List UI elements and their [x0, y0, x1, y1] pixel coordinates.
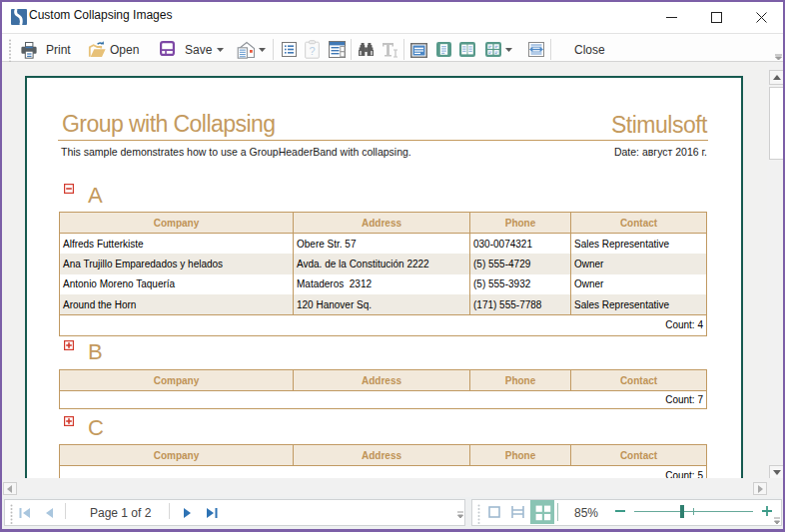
svg-text:?: ?	[309, 45, 315, 57]
